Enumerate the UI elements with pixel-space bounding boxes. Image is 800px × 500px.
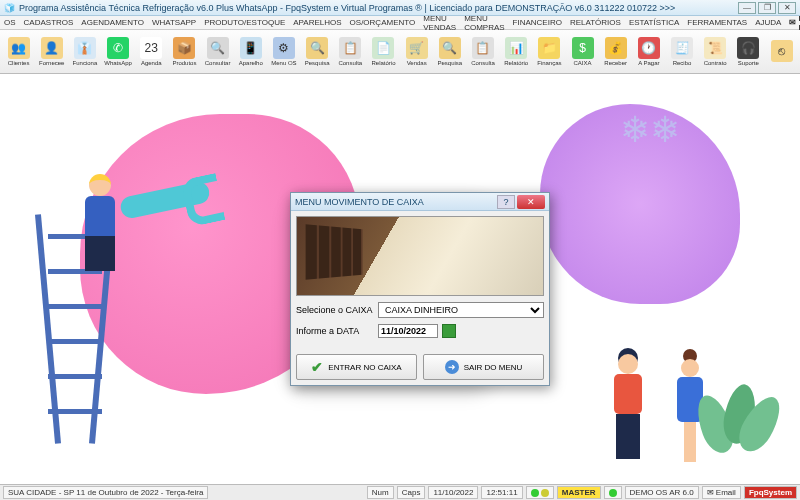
menu-email[interactable]: ✉E-MAIL — [789, 14, 800, 32]
toolbar-icon: 🕐 — [638, 37, 660, 59]
status-date: 11/10/2022 — [428, 486, 478, 499]
toolbar-produtos[interactable]: 📦Produtos — [169, 32, 200, 72]
menu-os[interactable]: OS — [4, 18, 16, 27]
toolbar-relatório[interactable]: 📊Relatório — [501, 32, 532, 72]
toolbar-clientes[interactable]: 👥Clientes — [3, 32, 34, 72]
toolbar-icon: 📦 — [173, 37, 195, 59]
app-icon: 🧊 — [4, 3, 15, 13]
menu-vendas[interactable]: MENU VENDAS — [423, 14, 456, 32]
toolbar-icon: 👔 — [74, 37, 96, 59]
menu-compras[interactable]: MENU COMPRAS — [464, 14, 504, 32]
window-titlebar: 🧊 Programa Assistência Técnica Refrigera… — [0, 0, 800, 16]
dialog-title: MENU MOVIMENTO DE CAIXA — [295, 197, 424, 207]
toolbar-consulta[interactable]: 📋Consulta — [335, 32, 366, 72]
menu-aparelhos[interactable]: APARELHOS — [293, 18, 341, 27]
toolbar-relatório[interactable]: 📄Relatório — [368, 32, 399, 72]
mail-icon: ✉ — [789, 18, 796, 27]
toolbar-vendas[interactable]: 🛒Vendas — [401, 32, 432, 72]
toolbar-icon: ✆ — [107, 37, 129, 59]
menubar: OS CADASTROS AGENDAMENTO WHATSAPP PRODUT… — [0, 16, 800, 30]
toolbar-menu os[interactable]: ⚙Menu OS — [268, 32, 299, 72]
menu-estatistica[interactable]: ESTATÍSTICA — [629, 18, 679, 27]
workspace: ❄❄ MENU MOVIMENTO DE CAIXA ? ✕ — [0, 74, 800, 484]
status-demo: DEMO OS AR 6.0 — [625, 486, 699, 499]
toolbar-fornecee[interactable]: 👤Fornecee — [36, 32, 67, 72]
toolbar-icon: 🔍 — [306, 37, 328, 59]
menu-produto[interactable]: PRODUTO/ESTOQUE — [204, 18, 285, 27]
worker-graphic — [605, 354, 650, 464]
toolbar-icon: 🧾 — [671, 37, 693, 59]
menu-cadastros[interactable]: CADASTROS — [24, 18, 74, 27]
calendar-icon[interactable] — [442, 324, 456, 338]
toolbar-receber[interactable]: 💰Receber — [600, 32, 631, 72]
toolbar-icon: 📋 — [472, 37, 494, 59]
toolbar-icon: 📁 — [538, 37, 560, 59]
toolbar-icon: ⚙ — [273, 37, 295, 59]
window-title: Programa Assistência Técnica Refrigeraçã… — [19, 3, 675, 13]
toolbar-icon: 📊 — [505, 37, 527, 59]
toolbar-icon: 🔍 — [207, 37, 229, 59]
status-caps: Caps — [397, 486, 426, 499]
enter-caixa-button[interactable]: ✔ ENTRAR NO CAIXA — [296, 354, 417, 380]
check-icon: ✔ — [311, 359, 323, 375]
plant-graphic — [700, 314, 780, 454]
menu-whatsapp[interactable]: WHATSAPP — [152, 18, 196, 27]
menu-relatorios[interactable]: RELATÓRIOS — [570, 18, 621, 27]
toolbar-exit[interactable]: ⎋ — [766, 32, 797, 72]
dialog-titlebar: MENU MOVIMENTO DE CAIXA ? ✕ — [291, 193, 549, 211]
toolbar-finanças[interactable]: 📁Finanças — [534, 32, 565, 72]
toolbar-funciona[interactable]: 👔Funciona — [69, 32, 100, 72]
toolbar-pesquisa[interactable]: 🔍Pesquisa — [302, 32, 333, 72]
dialog-banner-image — [296, 216, 544, 296]
date-label: Informe a DATA — [296, 326, 374, 336]
minimize-button[interactable]: — — [738, 2, 756, 14]
caixa-dialog: MENU MOVIMENTO DE CAIXA ? ✕ Selecione o … — [290, 192, 550, 386]
menu-ajuda[interactable]: AJUDA — [755, 18, 781, 27]
toolbar-icon: $ — [572, 37, 594, 59]
status-email[interactable]: ✉ Email — [702, 486, 741, 499]
toolbar-icon: 🛒 — [406, 37, 428, 59]
toolbar-icon: 👥 — [8, 37, 30, 59]
toolbar-aparelho[interactable]: 📱Aparelho — [235, 32, 266, 72]
toolbar-icon: 💰 — [605, 37, 627, 59]
toolbar-consulta[interactable]: 📋Consulta — [467, 32, 498, 72]
exit-menu-button[interactable]: ➜ SAIR DO MENU — [423, 354, 544, 380]
status-time: 12:51:11 — [481, 486, 522, 499]
menu-ferramentas[interactable]: FERRAMENTAS — [687, 18, 747, 27]
toolbar-caixa[interactable]: $CAIXA — [567, 32, 598, 72]
toolbar-a pagar[interactable]: 🕐A Pagar — [633, 32, 664, 72]
toolbar-agenda[interactable]: 23Agenda — [136, 32, 167, 72]
toolbar-icon: 23 — [140, 37, 162, 59]
toolbar-consultar[interactable]: 🔍Consultar — [202, 32, 233, 72]
close-button[interactable]: ✕ — [778, 2, 796, 14]
status-led — [526, 486, 554, 499]
status-num: Num — [367, 486, 394, 499]
status-location: SUA CIDADE - SP 11 de Outubro de 2022 - … — [3, 486, 208, 499]
toolbar-icon: 📄 — [372, 37, 394, 59]
toolbar-icon: 🔍 — [439, 37, 461, 59]
menu-agendamento[interactable]: AGENDAMENTO — [81, 18, 144, 27]
caixa-select[interactable]: CAIXA DINHEIRO — [378, 302, 544, 318]
toolbar-icon: 📱 — [240, 37, 262, 59]
dialog-help-button[interactable]: ? — [497, 195, 515, 209]
toolbar-icon: 📋 — [339, 37, 361, 59]
toolbar-pesquisa[interactable]: 🔍Pesquisa — [434, 32, 465, 72]
toolbar-icon: 🎧 — [737, 37, 759, 59]
menu-os-orcamento[interactable]: OS/ORÇAMENTO — [350, 18, 416, 27]
status-brand[interactable]: FpqSystem — [744, 486, 797, 499]
toolbar-recibo[interactable]: 🧾Recibo — [666, 32, 697, 72]
toolbar-suporte[interactable]: 🎧Suporte — [733, 32, 764, 72]
menu-financeiro[interactable]: FINANCEIRO — [513, 18, 562, 27]
dialog-close-button[interactable]: ✕ — [517, 195, 545, 209]
maximize-button[interactable]: ❐ — [758, 2, 776, 14]
toolbar-contrato[interactable]: 📜Contrato — [700, 32, 731, 72]
toolbar-whatsapp[interactable]: ✆WhatsApp — [103, 32, 134, 72]
snowflake-icon: ❄❄ — [620, 109, 680, 151]
status-user: MASTER — [557, 486, 601, 499]
mail-icon: ✉ — [707, 488, 714, 497]
worker-graphic — [70, 174, 130, 274]
status-led2 — [604, 486, 622, 499]
toolbar-icon: 👤 — [41, 37, 63, 59]
date-input[interactable] — [378, 324, 438, 338]
statusbar: SUA CIDADE - SP 11 de Outubro de 2022 - … — [0, 484, 800, 500]
